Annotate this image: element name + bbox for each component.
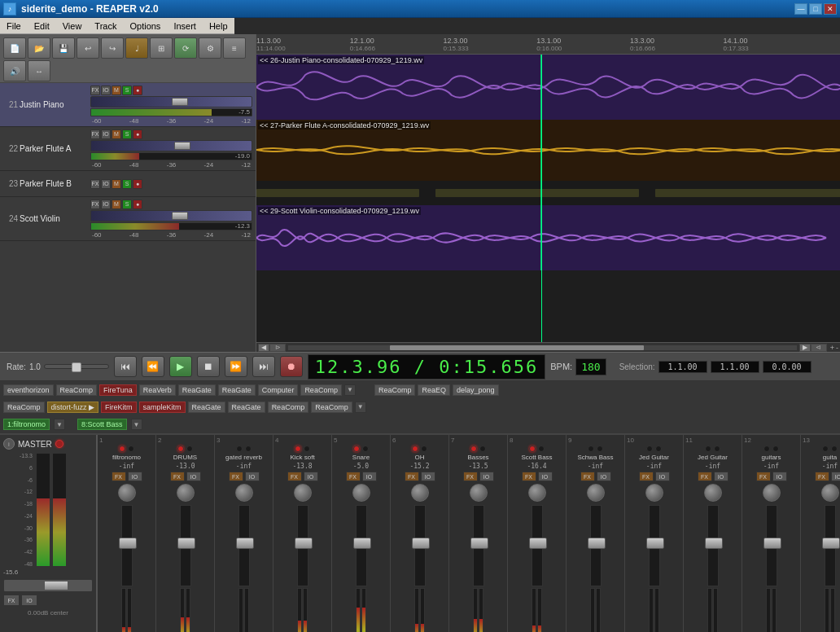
ch-fader-8[interactable] [532,505,543,586]
timeline-ruler[interactable]: 11.3.0011:14.000 12.1.000:14.666 12.3.00… [256,34,840,55]
sel-end[interactable]: 1.1.00 [711,361,759,373]
track-solo-23[interactable]: S [122,179,132,189]
track-io-23[interactable]: IO [101,179,111,189]
toolbar-metronome[interactable]: ♩ [125,37,148,59]
menu-view[interactable]: View [59,20,85,33]
rate-slider[interactable] [44,364,109,369]
track-mute-23[interactable]: M [112,179,121,189]
toolbar-save[interactable]: 💾 [52,37,75,59]
fx-reacomp-6[interactable]: ReaComp [311,402,352,413]
ch-knob-10[interactable] [645,484,663,502]
back-button[interactable]: ⏪ [142,356,164,377]
ch-fx-10[interactable]: FX [639,472,654,481]
fx-computer[interactable]: Computer [258,384,299,396]
ch-io-3[interactable]: IO [245,472,260,481]
toolbar-snap[interactable]: ⊞ [150,37,173,59]
ch-fx-11[interactable]: FX [698,472,712,481]
menu-options[interactable]: Options [126,20,164,33]
ch-knob-2[interactable] [177,484,195,502]
ch-io-10[interactable]: IO [655,472,670,481]
track-rec-23[interactable]: ● [133,179,142,189]
toolbar-mixer[interactable]: ≡ [223,37,246,59]
master-fx-btn[interactable]: FX [3,595,20,606]
track-fader-24[interactable] [90,210,252,222]
toolbar-vol[interactable]: 🔊 [3,60,26,81]
fx-reaverb[interactable]: ReaVerb [139,384,176,396]
ch-fader-6[interactable] [414,505,426,586]
fx-reacomp-1[interactable]: ReaComp [56,384,98,396]
master-fader[interactable] [3,579,93,592]
toolbar-pan[interactable]: ↔ [28,60,50,81]
track-solo-22[interactable]: S [122,129,132,139]
ch-fx-8[interactable]: FX [522,472,536,481]
record-button[interactable]: ⏺ [280,356,303,377]
close-button[interactable]: ✕ [824,3,837,15]
fx-delay-pong[interactable]: delay_pong [453,384,499,396]
fx-dropdown-2[interactable]: ▼ [355,402,366,413]
sel-len[interactable]: 0.0.00 [763,361,812,373]
ch-io-12[interactable]: IO [772,472,787,481]
menu-help[interactable]: Help [206,20,231,33]
track-io-22[interactable]: IO [101,129,111,139]
ch-knob-3[interactable] [235,484,253,502]
fx-scott-bass[interactable]: 8:Scott Bass [77,419,127,430]
scroll-left-btn[interactable]: ◀ [258,344,269,352]
toolbar-settings[interactable]: ⚙ [199,37,221,59]
toolbar-redo[interactable]: ↪ [101,37,124,59]
toolbar-open[interactable]: 📂 [28,37,50,59]
track-mute-22[interactable]: M [112,129,121,139]
fx-firekitm2[interactable]: sampleKitm [139,402,186,413]
ch-fx-7[interactable]: FX [463,472,478,481]
track-fx-21[interactable]: FX [90,86,100,95]
ch-fader-2[interactable] [180,505,191,586]
track-rec-24[interactable]: ● [133,200,142,209]
fx-dropdown-1[interactable]: ▼ [344,384,356,396]
maximize-button[interactable]: □ [809,3,822,15]
menu-insert[interactable]: Insert [170,20,199,33]
ch-knob-11[interactable] [704,484,722,502]
sel-start[interactable]: 1.1.00 [658,361,707,373]
bpm-value[interactable]: 180 [575,358,606,375]
ch-io-7[interactable]: IO [479,472,494,481]
menu-file[interactable]: File [3,20,24,33]
ch-fader-1[interactable] [121,505,133,586]
fx-reagate-3[interactable]: ReaGate [188,402,225,413]
ch-knob-13[interactable] [821,484,839,502]
ch-io-11[interactable]: IO [714,472,728,481]
ch-fader-9[interactable] [590,505,602,586]
ch-io-9[interactable]: IO [597,472,611,481]
channels-scroll[interactable]: 1 filtronomo -inf FX IO +0.30dBcenter [98,435,840,632]
ch-fx-4[interactable]: FX [287,472,302,481]
rewind-button[interactable]: ⏮ [114,356,137,377]
track-mute-24[interactable]: M [112,200,121,209]
ch-fader-3[interactable] [238,505,250,586]
ch-fx-5[interactable]: FX [346,472,361,481]
track-mute-21[interactable]: M [112,86,121,95]
fx-reaeq[interactable]: ReaEQ [418,384,450,396]
ch-fader-11[interactable] [707,505,719,586]
ch-knob-8[interactable] [528,484,546,502]
fx-firetuna[interactable]: FireTuna [99,384,137,396]
ch-knob-12[interactable] [763,484,781,502]
ch-io-2[interactable]: IO [186,472,201,481]
fx-reacomp-3[interactable]: ReaComp [374,384,416,396]
fx-reacomp-4[interactable]: ReaComp [3,402,45,413]
toolbar-loop[interactable]: ⟳ [174,37,197,59]
scroll-end-btn[interactable]: ⊲ [811,344,827,352]
track-fader-22[interactable] [90,140,252,151]
ch-fx-6[interactable]: FX [405,472,419,481]
forward-button[interactable]: ⏩ [225,356,247,377]
ch-io-4[interactable]: IO [304,472,318,481]
ch-fader-5[interactable] [356,505,367,586]
ch-knob-1[interactable] [118,484,136,502]
fx-send-1[interactable]: ▼ [54,419,65,430]
track-fader-21[interactable] [90,96,252,108]
fx-reagate-2[interactable]: ReaGate [218,384,256,396]
fx-distort-fuzz[interactable]: distort-fuzz ▶ [47,402,99,413]
ch-io-6[interactable]: IO [421,472,435,481]
track-rec-21[interactable]: ● [133,86,142,95]
menu-edit[interactable]: Edit [31,20,53,33]
toolbar-new[interactable]: 📄 [3,37,26,59]
fx-reagate-1[interactable]: ReaGate [178,384,216,396]
ch-fader-10[interactable] [649,505,660,586]
